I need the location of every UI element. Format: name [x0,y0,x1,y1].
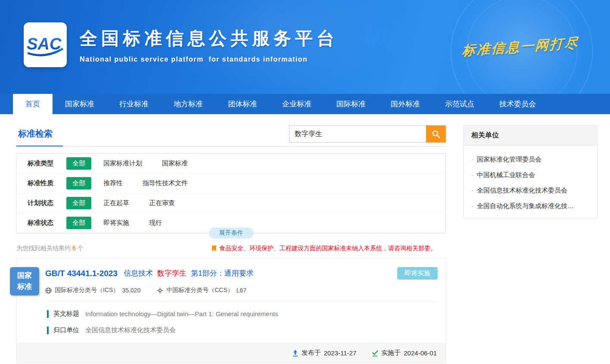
filter-label: 标准类型 [28,159,66,168]
flag-icon [212,246,217,252]
standard-code-link[interactable]: GB/T 43441.1-2023 [45,269,118,278]
standard-title-highlight[interactable]: 数字孪生 [157,268,187,278]
ics-label: 国际标准分类号（ICS） [55,286,119,294]
sidebar-item-sac[interactable]: 国家标准化管理委员会 [471,156,589,164]
filter-panel: 标准类型 全部 国家标准计划 国家标准 标准性质 全部 推荐性 指导性技术文件 … [16,153,446,233]
site-header: SAC 全国标准信息公共服务平台 National public service… [0,0,610,94]
filter-option[interactable]: 即将实施 [103,219,129,227]
tab-standard-search[interactable]: 标准检索 [16,125,63,146]
filter-label: 标准性质 [28,179,66,187]
implemented-date: 2024-06-01 [404,349,437,357]
filter-option[interactable]: 正在审查 [149,199,175,207]
filter-label: 计划状态 [28,199,66,207]
result-count-suffix: 个 [78,245,84,252]
filter-option[interactable]: 国家标准 [162,159,188,168]
teal-accent-bar [47,310,49,318]
search-icon [432,130,440,138]
ccs-value: L67 [237,287,246,294]
published-date-group: 发布于 2023-11-27 [292,349,357,357]
english-title-row: 英文标题 Information technology—Digital twin… [17,310,445,318]
badge-line2: 标准 [17,281,32,292]
result-count-number: 6 [72,245,76,252]
filter-option[interactable]: 国家标准计划 [103,159,142,168]
filter-row-standard-nature: 标准性质 全部 推荐性 指导性技术文件 [17,174,445,193]
implement-check-icon [372,350,378,357]
field-label: 归口单位 [53,326,79,334]
nav-item-technical-committee[interactable]: 技术委员会 [487,94,548,114]
committee-row: 归口单位 全国信息技术标准化技术委员会 [17,326,445,334]
filter-all-button[interactable]: 全部 [66,157,91,170]
filter-option[interactable]: 正在起草 [103,199,129,207]
main-nav: 首页 国家标准 行业标准 地方标准 团体标准 企业标准 国际标准 国外标准 示范… [0,94,610,114]
nav-item-enterprise-standards[interactable]: 企业标准 [270,94,324,114]
ccs-label: 中国标准分类号（CCS） [166,286,233,294]
sac-logo-icon: SAC [27,31,64,58]
ics-group: 国际标准分类号（ICS） 35.020 [45,286,140,294]
nav-item-home[interactable]: 首页 [13,94,53,114]
result-count: 为您找到相关结果约6个 [16,245,84,252]
published-date: 2023-11-27 [324,349,357,357]
card-footer: 发布于 2023-11-27 实施于 2024-06-01 [17,343,445,363]
filter-option[interactable]: 现行 [149,219,162,227]
filter-row-standard-type: 标准类型 全部 国家标准计划 国家标准 [17,154,445,174]
field-label: 英文标题 [53,310,79,318]
results-info-row: 为您找到相关结果约6个 食品安全、环境保护、工程建设方面的国家标准未纳入本系统，… [16,245,446,252]
search-section: 标准检索 [16,125,446,146]
nav-item-foreign-standards[interactable]: 国外标准 [378,94,433,114]
teal-accent-bar [47,327,49,334]
sidebar-item-it-standardization-committee[interactable]: 全国信息技术标准化技术委员会 [471,187,589,195]
svg-text:SAC: SAC [27,35,62,53]
card-divider [45,301,438,302]
standard-title-seg2[interactable]: 第1部分：通用要求 [191,268,253,278]
site-title: 全国标准信息公共服务平台 [80,27,338,50]
filter-all-button[interactable]: 全部 [66,217,91,229]
nav-item-industry-standards[interactable]: 行业标准 [107,94,161,114]
field-value: Information technology—Digital twin—Part… [85,310,278,317]
globe-icon [45,287,52,294]
filter-label: 标准状态 [28,219,66,227]
sidebar-item-machinery-federation[interactable]: 中国机械工业联合会 [471,171,589,179]
search-input[interactable] [289,125,426,143]
standard-type-badge: 国家 标准 [10,267,39,296]
filter-all-button[interactable]: 全部 [66,177,91,190]
notice-text: 食品安全、环境保护、工程建设方面的国家标准未纳入本系统，请咨询相关部委。 [219,245,436,252]
ccs-group: 中国标准分类号（CCS） L67 [157,286,246,294]
related-units-panel: 相关单位 国家标准化管理委员会 中国机械工业联合会 全国信息技术标准化技术委员会… [463,125,598,218]
nav-item-group-standards[interactable]: 团体标准 [215,94,270,114]
field-value: 全国信息技术标准化技术委员会 [85,326,176,334]
published-label: 发布于 [302,349,321,357]
implemented-date-group: 实施于 2024-06-01 [372,349,437,357]
filter-all-button[interactable]: 全部 [66,197,91,209]
standard-result-card: 国家 标准 GB/T 43441.1-2023 信息技术 数字孪生 第1部分：通… [16,258,446,363]
sac-logo[interactable]: SAC [24,22,67,67]
nav-item-national-standards[interactable]: 国家标准 [53,94,107,114]
ics-value: 35.020 [122,287,140,294]
site-subtitle: National public service platform for sta… [80,56,338,63]
sidebar-item-automation-committee[interactable]: 全国自动化系统与集成标准化技… [471,202,589,210]
filter-option[interactable]: 推荐性 [103,179,123,187]
expand-conditions-button[interactable]: 展开条件 [209,227,254,239]
related-units-title: 相关单位 [464,126,597,146]
system-notice: 食品安全、环境保护、工程建设方面的国家标准未纳入本系统，请咨询相关部委。 [212,245,436,252]
filter-row-plan-status: 计划状态 全部 正在起草 正在审查 [17,193,445,213]
publish-icon [292,350,299,357]
implemented-label: 实施于 [381,349,401,357]
result-count-prefix: 为您找到相关结果约 [16,245,71,252]
nav-item-local-standards[interactable]: 地方标准 [161,94,215,114]
filter-option[interactable]: 指导性技术文件 [143,179,188,187]
badge-line1: 国家 [17,270,32,281]
search-button[interactable] [426,125,446,143]
nav-item-pilot[interactable]: 示范试点 [433,94,487,114]
status-badge: 即将实施 [397,267,438,280]
standard-title-seg1[interactable]: 信息技术 [124,268,153,278]
compass-icon [157,287,163,294]
nav-item-international-standards[interactable]: 国际标准 [324,94,378,114]
